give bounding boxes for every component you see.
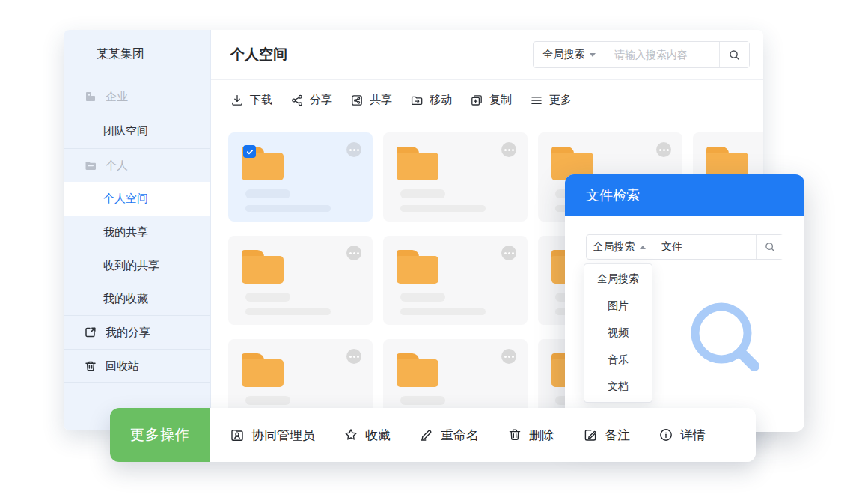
- more-icon: [530, 94, 543, 107]
- file-name-placeholder: [245, 189, 290, 198]
- delete-icon: [507, 427, 522, 442]
- action-label: 删除: [529, 427, 554, 444]
- search-button[interactable]: [719, 42, 749, 67]
- file-card[interactable]: [228, 132, 373, 222]
- sidebar-item-label: 我的共享: [103, 225, 148, 240]
- sidebar-item-label: 个人空间: [103, 192, 148, 206]
- menu-option-documents[interactable]: 文档: [584, 373, 652, 400]
- bottom-action-bar: 更多操作 协同管理员 收藏 重命名 删除 备注: [110, 408, 756, 462]
- sidebar-item-my-shares[interactable]: 我的分享: [64, 316, 210, 350]
- action-label: 详情: [680, 427, 706, 444]
- search-scope-dropdown[interactable]: 全局搜索: [534, 42, 605, 67]
- menu-option-global[interactable]: 全局搜索: [584, 266, 652, 293]
- action-label: 收藏: [365, 427, 391, 444]
- toolbar-label: 下载: [250, 93, 272, 107]
- search-input[interactable]: [605, 42, 719, 67]
- menu-option-music[interactable]: 音乐: [584, 347, 652, 373]
- card-more-icon[interactable]: [346, 349, 361, 364]
- search-scope-label: 全局搜索: [543, 48, 585, 61]
- rename-button[interactable]: 重命名: [419, 427, 479, 444]
- sidebar-item-label: 我的分享: [106, 326, 150, 340]
- menu-option-videos[interactable]: 视频: [584, 320, 652, 347]
- org-name: 某某集团: [64, 30, 210, 79]
- more-actions-button[interactable]: 更多操作: [110, 408, 210, 462]
- trash-icon: [84, 359, 97, 373]
- page-title: 个人空间: [230, 45, 287, 64]
- more-button[interactable]: 更多: [530, 93, 572, 107]
- sidebar-item-my-favorites[interactable]: 我的收藏: [64, 283, 210, 316]
- rename-icon: [419, 427, 434, 442]
- panel-search-input[interactable]: [652, 235, 756, 259]
- toolbar-label: 更多: [549, 93, 572, 107]
- star-icon: [343, 427, 358, 442]
- file-meta-placeholder: [400, 308, 486, 315]
- note-icon: [583, 427, 598, 442]
- card-more-icon[interactable]: [501, 246, 516, 260]
- file-name-placeholder: [400, 189, 445, 198]
- note-button[interactable]: 备注: [583, 427, 630, 444]
- menu-option-images[interactable]: 图片: [584, 293, 652, 320]
- move-button[interactable]: 移动: [410, 93, 452, 107]
- collaborator-icon: [230, 427, 245, 442]
- toolbar-label: 分享: [310, 93, 332, 107]
- card-more-icon[interactable]: [656, 142, 671, 157]
- panel-search-button[interactable]: [756, 235, 783, 259]
- personal-folder-icon: [84, 159, 97, 172]
- card-more-icon[interactable]: [501, 349, 516, 364]
- app-screenshot: 某某集团 企业 团队空间 个人 个人空间 我的共享: [0, 0, 868, 494]
- sidebar-item-personal-space[interactable]: 个人空间: [64, 182, 210, 216]
- file-card[interactable]: [383, 132, 528, 222]
- toolbar-label: 共享: [370, 93, 392, 107]
- file-search-panel: 文件检索 全局搜索 全局搜索 图片 视频 音乐 文档: [565, 174, 804, 432]
- collaborator-admin-button[interactable]: 协同管理员: [230, 427, 315, 444]
- chevron-up-icon: [640, 246, 646, 249]
- shared-folder-icon: [350, 94, 364, 107]
- delete-button[interactable]: 删除: [507, 427, 554, 444]
- file-meta-placeholder: [400, 205, 486, 212]
- export-icon: [84, 326, 97, 339]
- download-icon: [230, 94, 244, 107]
- sidebar-item-received-shared[interactable]: 收到的共享: [64, 249, 210, 283]
- sidebar-item-personal[interactable]: 个人: [64, 149, 210, 182]
- panel-search-box: 全局搜索: [586, 234, 783, 260]
- sidebar-item-team-space[interactable]: 团队空间: [64, 114, 210, 149]
- file-name-placeholder: [400, 396, 445, 405]
- folder-icon: [397, 250, 438, 284]
- sidebar-item-label: 个人: [106, 159, 128, 173]
- global-search-box: 全局搜索: [533, 41, 750, 68]
- folder-icon: [397, 353, 438, 387]
- card-more-icon[interactable]: [346, 246, 361, 260]
- sidebar-item-label: 团队空间: [103, 124, 148, 138]
- sidebar-item-label: 企业: [106, 90, 128, 104]
- file-card[interactable]: [228, 236, 373, 325]
- sidebar-item-enterprise[interactable]: 企业: [64, 79, 210, 114]
- details-button[interactable]: 详情: [658, 427, 706, 444]
- card-more-icon[interactable]: [501, 142, 516, 157]
- checkbox-checked-icon[interactable]: [243, 145, 256, 158]
- large-magnifier-illustration: [680, 298, 762, 380]
- sidebar-item-label: 我的收藏: [103, 292, 148, 306]
- action-label: 重命名: [441, 427, 479, 444]
- share-icon: [290, 94, 304, 107]
- favorite-button[interactable]: 收藏: [343, 427, 391, 444]
- file-name-placeholder: [245, 293, 290, 302]
- shared-button[interactable]: 共享: [350, 93, 392, 107]
- sidebar-item-my-shared[interactable]: 我的共享: [64, 216, 210, 249]
- folder-icon: [242, 250, 284, 284]
- file-name-placeholder: [245, 396, 290, 405]
- panel-scope-dropdown[interactable]: 全局搜索: [587, 235, 652, 259]
- file-card[interactable]: [383, 236, 528, 325]
- sidebar-item-label: 收到的共享: [103, 259, 159, 273]
- chevron-down-icon: [590, 53, 596, 57]
- main-header: 个人空间 全局搜索: [211, 30, 763, 80]
- sidebar-item-recycle-bin[interactable]: 回收站: [64, 350, 210, 383]
- panel-scope-label: 全局搜索: [593, 240, 635, 254]
- file-name-placeholder: [400, 293, 445, 302]
- share-button[interactable]: 分享: [290, 93, 332, 107]
- toolbar-label: 复制: [489, 93, 512, 107]
- card-more-icon[interactable]: [346, 142, 361, 157]
- building-icon: [84, 90, 97, 103]
- copy-button[interactable]: 复制: [470, 93, 512, 107]
- file-meta-placeholder: [245, 308, 331, 315]
- download-button[interactable]: 下载: [230, 93, 272, 107]
